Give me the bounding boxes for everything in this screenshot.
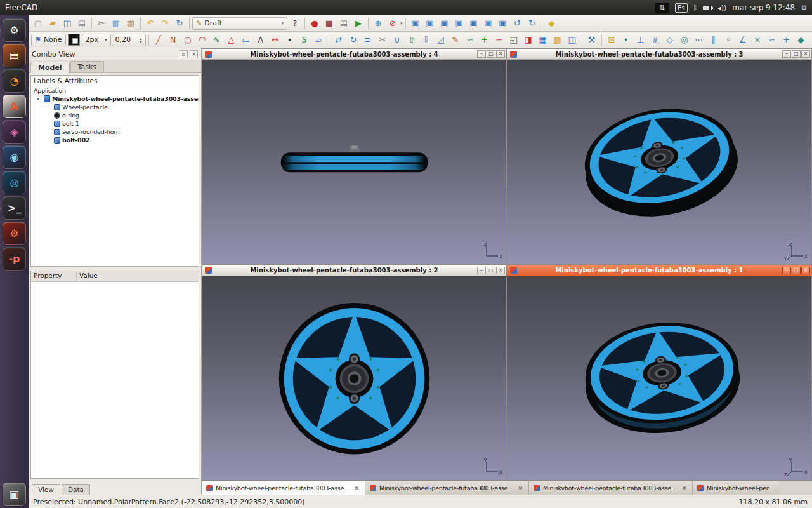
draft-offset-button[interactable]: ⊃ xyxy=(361,33,375,47)
rotate-right-button[interactable]: ↻ xyxy=(525,17,539,30)
tree-item-bolt-002[interactable]: bolt-002 xyxy=(31,136,199,144)
snap-grid-button[interactable]: # xyxy=(648,33,662,47)
fit-all-button[interactable]: ⊕ xyxy=(371,17,385,30)
rotate-left-button[interactable]: ↺ xyxy=(511,17,525,30)
close-button[interactable]: × xyxy=(496,267,505,274)
snap-parallel-button[interactable]: ∥ xyxy=(707,33,721,47)
line-color-swatch[interactable] xyxy=(68,34,80,46)
copy-button[interactable]: ▥ xyxy=(109,17,123,30)
minimize-button[interactable]: – xyxy=(782,267,791,274)
macros-dialog-button[interactable]: ▤ xyxy=(337,17,351,30)
snap-dimensions-button[interactable]: ↔ xyxy=(809,33,812,47)
open-document-button[interactable]: ▰ xyxy=(46,17,60,30)
expander-icon[interactable]: ▾ xyxy=(37,96,42,102)
launcher-item-file-manager[interactable]: ▤ xyxy=(3,44,26,67)
macro-stop-button[interactable]: ■ xyxy=(322,17,336,30)
clock[interactable]: mar sep 9 12:48 xyxy=(732,3,795,12)
maximize-button[interactable]: □ xyxy=(487,50,495,58)
minimize-button[interactable]: – xyxy=(477,267,486,274)
launcher-item-cyan-app[interactable]: ◎ xyxy=(3,171,26,194)
battery-icon[interactable] xyxy=(703,6,712,10)
launcher-item-software-center[interactable]: A xyxy=(3,95,26,118)
save-document-button[interactable]: ◫ xyxy=(60,17,74,30)
draft-clone-button[interactable]: ▩ xyxy=(551,33,565,47)
draft-trimex-button[interactable]: ✂ xyxy=(376,33,390,47)
view-left-button[interactable]: ▣ xyxy=(496,17,510,30)
draft-facebinder-button[interactable]: ▱ xyxy=(312,33,326,47)
view-tab[interactable]: Miniskybot-wheel-pen... xyxy=(693,481,780,495)
draft-move-button[interactable]: ⇄ xyxy=(332,33,346,47)
draft-point-button[interactable]: ∙ xyxy=(283,33,297,47)
maximize-button[interactable]: □ xyxy=(487,267,495,274)
draft-arc-button[interactable]: ◠ xyxy=(195,33,209,47)
workbench-selector[interactable]: ✎Draft▾ xyxy=(192,17,287,30)
minimize-button[interactable]: – xyxy=(477,50,486,58)
dock-close-button[interactable]: × xyxy=(190,50,198,58)
close-tab-icon[interactable]: ✕ xyxy=(353,485,360,491)
snap-working-plane-button[interactable]: ◇ xyxy=(663,33,677,47)
launcher-item-trash[interactable]: ▣ xyxy=(3,483,26,506)
window-titlebar[interactable]: Miniskybot-wheel-pentacle-futaba3003-ass… xyxy=(508,49,811,60)
draft-tray-button[interactable]: ◆ xyxy=(545,17,559,30)
draft-edit-button[interactable]: ✎ xyxy=(449,33,462,47)
3d-viewport-3[interactable]: ZXY xyxy=(508,60,811,264)
window-titlebar[interactable]: Miniskybot-wheel-pentacle-futaba3003-ass… xyxy=(508,265,811,276)
draft-shape2dview-button[interactable]: ◱ xyxy=(507,33,521,47)
draft-mirror-button[interactable]: ◫ xyxy=(565,33,579,47)
draft-shapestring-button[interactable]: S xyxy=(298,33,311,47)
session-gear-icon[interactable]: ⚙ xyxy=(801,4,807,12)
tab-data[interactable]: Data xyxy=(62,484,90,495)
property-list[interactable] xyxy=(31,282,199,478)
draft-downgrade-button[interactable]: ⇩ xyxy=(419,33,433,47)
draft-join-button[interactable]: ∪ xyxy=(390,33,404,47)
draft-upgrade-button[interactable]: ⇧ xyxy=(405,33,419,47)
tab-tasks[interactable]: Tasks xyxy=(70,61,104,72)
view-tab[interactable]: Miniskybot-wheel-pentacle-futaba3003-ass… xyxy=(365,481,529,495)
draft-rectangle-button[interactable]: ▭ xyxy=(239,33,253,47)
tree-item-servo-rounded-horn[interactable]: servo-rounded-horn xyxy=(31,128,199,136)
draft-rotate-button[interactable]: ↻ xyxy=(346,33,360,47)
spin-down-icon[interactable]: ▾ xyxy=(140,40,142,43)
launcher-item-freecad[interactable]: ⚙▸ xyxy=(3,18,26,42)
snap-extension-button[interactable]: ⋯ xyxy=(692,33,706,47)
volume-icon[interactable]: ◂)) xyxy=(717,4,726,12)
close-button[interactable]: × xyxy=(801,267,810,274)
tree-item-bolt-1[interactable]: bolt-1 xyxy=(31,119,199,128)
scale-spinbox[interactable]: 0,20▴▾ xyxy=(112,34,146,46)
line-width-selector[interactable]: 2px▾ xyxy=(82,34,111,46)
draft-line-button[interactable]: ╱ xyxy=(152,33,166,47)
draft-bspline-button[interactable]: ∿ xyxy=(210,33,224,47)
bluetooth-icon[interactable]: ᛒ xyxy=(693,4,698,12)
view-axonometric-button[interactable]: ▣ xyxy=(409,17,422,30)
close-tab-icon[interactable]: ✕ xyxy=(517,485,524,491)
undo-button[interactable]: ↶ xyxy=(143,17,157,30)
3d-viewport-2[interactable]: YX xyxy=(202,276,506,481)
snap-near-button[interactable]: ≈ xyxy=(765,33,779,47)
draft-dimension-button[interactable]: ↔ xyxy=(268,33,282,47)
paste-button[interactable]: ▧ xyxy=(124,17,138,30)
view-right-button[interactable]: ▣ xyxy=(452,17,466,30)
close-button[interactable]: × xyxy=(801,50,810,58)
view-front-button[interactable]: ▣ xyxy=(423,17,437,30)
view-rear-button[interactable]: ▣ xyxy=(467,17,481,30)
view-top-button[interactable]: ▣ xyxy=(438,17,452,30)
3d-viewport-1[interactable]: YXZ xyxy=(508,276,811,481)
3d-viewport-4[interactable]: ZX xyxy=(202,60,506,264)
tab-model[interactable]: Model xyxy=(30,62,70,73)
refresh-button[interactable]: ↻ xyxy=(173,17,187,30)
tab-view[interactable]: View xyxy=(32,484,60,495)
launcher-item-purple-app[interactable]: ◈ xyxy=(3,120,26,144)
minimize-button[interactable]: – xyxy=(782,50,791,58)
autogroup-selector[interactable]: ⚑None xyxy=(31,34,66,46)
network-icon[interactable]: ⇅ xyxy=(655,3,669,13)
draft-polygon-button[interactable]: △ xyxy=(225,33,239,47)
snap-perpendicular-button[interactable]: ⊥ xyxy=(634,33,648,47)
snap-midpoint-button[interactable]: • xyxy=(619,33,633,47)
draft-wire-button[interactable]: N xyxy=(166,33,180,47)
macro-record-button[interactable]: ● xyxy=(308,17,322,30)
tree-item-o-ring[interactable]: o-ring xyxy=(31,111,199,119)
cut-button[interactable]: ✂ xyxy=(95,17,108,30)
snap-intersection-button[interactable]: × xyxy=(750,33,764,47)
dock-float-button[interactable]: ▫ xyxy=(180,50,188,58)
draw-style-button[interactable]: ⊘ xyxy=(386,17,400,30)
